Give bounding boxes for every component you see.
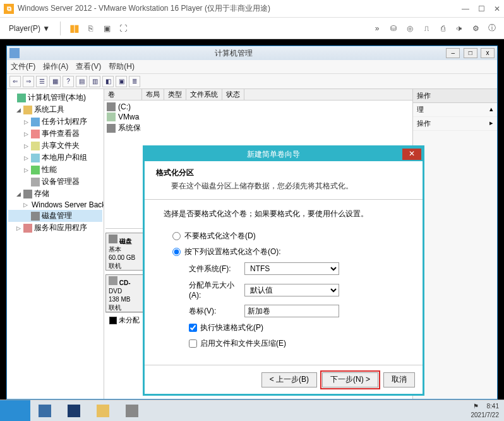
mmc-title-bar[interactable]: 计算机管理 – □ x [7, 46, 497, 60]
input-volume-label[interactable] [244, 305, 339, 317]
vmware-title-text: Windows Server 2012 - VMware Workstation… [18, 3, 462, 14]
mmc-minimize-icon[interactable]: – [446, 48, 460, 58]
cancel-button[interactable]: 取消 [383, 372, 415, 387]
up-icon[interactable]: ☰ [36, 76, 47, 87]
tree-device-manager[interactable]: 设备管理器 [8, 176, 102, 188]
tree-event-viewer[interactable]: ▷事件查看器 [8, 128, 102, 140]
mmc-maximize-icon[interactable]: □ [464, 48, 477, 58]
menu-action[interactable]: 操作(A) [43, 61, 68, 72]
tree-system-tools[interactable]: ◢系统工具 [8, 104, 102, 116]
taskbar-powershell[interactable] [61, 402, 87, 420]
forward-icon[interactable]: ⇒ [23, 76, 34, 87]
view2-icon[interactable]: ▥ [89, 76, 100, 87]
radio-format-label: 按下列设置格式化这个卷(O): [184, 247, 281, 257]
help-icon[interactable]: ⓘ [485, 21, 499, 35]
tree-performance[interactable]: ▷性能 [8, 164, 102, 176]
tree-wsb[interactable]: ▷Windows Server Back [8, 200, 102, 210]
cd-icon[interactable]: ◎ [403, 21, 417, 35]
wizard-heading: 格式化分区 [156, 168, 411, 178]
view1-icon[interactable]: ▤ [76, 76, 87, 87]
taskbar-computer-management[interactable] [119, 402, 145, 420]
view3-icon[interactable]: ◧ [102, 76, 114, 87]
actions-item[interactable]: 理▴ [413, 103, 497, 117]
action-center-icon[interactable]: ⚑ [470, 403, 479, 412]
pause-icon[interactable]: ▮▮ [67, 21, 81, 35]
usb-icon[interactable]: ⎍ [419, 21, 433, 35]
col-type[interactable]: 类型 [164, 89, 186, 100]
settings-icon[interactable]: ⚙ [469, 21, 483, 35]
next-button[interactable]: 下一步(N) > [322, 372, 378, 387]
wizard-body: 选择是否要格式化这个卷；如果要格式化，要使用什么设置。 不要格式化这个卷(D) … [145, 200, 423, 360]
tree-storage[interactable]: ◢存储 [8, 188, 102, 200]
volume-row[interactable]: 系统保 [107, 122, 410, 134]
volume-row[interactable]: VMwa [107, 112, 410, 122]
checkbox-quick-format[interactable] [189, 324, 197, 332]
tray-time: 8:41 [487, 403, 499, 410]
tree-local-users[interactable]: ▷本地用户和组 [8, 152, 102, 164]
col-volume[interactable]: 卷 [104, 89, 142, 100]
back-button[interactable]: < 上一步(B) [261, 372, 317, 387]
tree-disk-management[interactable]: 磁盘管理 [8, 210, 102, 222]
label-volume-label: 卷标(V): [164, 306, 244, 317]
taskbar-explorer[interactable] [90, 402, 116, 420]
guest-viewport: 计算机管理 – □ x 文件(F) 操作(A) 查看(V) 帮助(H) ⇐ ⇒ … [0, 39, 504, 400]
actions-item[interactable]: 操作▸ [413, 117, 497, 131]
close-icon[interactable]: ✕ [494, 4, 500, 13]
actions-header: 操作 [413, 89, 497, 103]
radio-format-with-settings[interactable]: 按下列设置格式化这个卷(O): [164, 244, 404, 260]
checkbox-quick-format-label: 执行快速格式化(P) [200, 322, 263, 333]
snapshot-icon[interactable]: ▣ [100, 21, 114, 35]
tree-root[interactable]: 计算机管理(本地) [8, 92, 102, 104]
properties-icon[interactable]: ▦ [49, 76, 61, 87]
label-file-system: 文件系统(F): [164, 264, 244, 274]
chevron-up-icon: ▴ [489, 105, 493, 114]
col-layout[interactable]: 布局 [142, 89, 164, 100]
col-fs[interactable]: 文件系统 [186, 89, 222, 100]
tree-shared-folders[interactable]: ▷共享文件夹 [8, 140, 102, 152]
taskbar-server-manager[interactable] [32, 402, 58, 420]
tree-task-scheduler[interactable]: ▷任务计划程序 [8, 116, 102, 128]
view4-icon[interactable]: ▣ [116, 76, 127, 87]
maximize-icon[interactable]: ☐ [478, 4, 485, 13]
select-allocation-unit[interactable]: 默认值 [244, 284, 339, 296]
system-tray[interactable]: ⚑ 8:41 2021/7/22 [465, 403, 504, 419]
back-icon[interactable]: ⇐ [9, 76, 21, 87]
checkbox-compression[interactable] [189, 339, 197, 348]
checkbox-quick-format-row[interactable]: 执行快速格式化(P) [164, 320, 404, 336]
send-ctrl-alt-del-icon[interactable]: ⎘ [83, 21, 97, 35]
network-icon[interactable]: » [370, 21, 384, 35]
printer-icon[interactable]: ⎙ [436, 21, 450, 35]
menu-file[interactable]: 文件(F) [11, 61, 35, 72]
player-menu-button[interactable]: Player(P) ▼ [4, 22, 55, 35]
checkbox-compression-label: 启用文件和文件夹压缩(E) [200, 338, 286, 349]
menu-view[interactable]: 查看(V) [76, 61, 101, 72]
select-file-system[interactable]: NTFS [244, 262, 339, 275]
wizard-close-icon[interactable]: ✕ [402, 149, 421, 160]
nav-tree[interactable]: 计算机管理(本地) ◢系统工具 ▷任务计划程序 ▷事件查看器 ▷共享文件夹 ▷本… [7, 89, 104, 399]
view5-icon[interactable]: ≣ [129, 76, 140, 87]
menu-help[interactable]: 帮助(H) [109, 61, 135, 72]
tree-services-apps[interactable]: ▷服务和应用程序 [8, 222, 102, 234]
mmc-close-icon[interactable]: x [481, 48, 495, 58]
label-allocation-unit: 分配单元大小(A): [164, 280, 244, 300]
actions-pane: 操作 理▴ 操作▸ [412, 89, 497, 399]
refresh-icon[interactable]: ? [63, 76, 74, 87]
tray-date: 2021/7/22 [471, 412, 500, 418]
disk-icon [109, 235, 117, 243]
minimize-icon[interactable]: — [462, 4, 469, 13]
radio-do-not-format[interactable]: 不要格式化这个卷(D) [164, 228, 404, 244]
start-button[interactable] [0, 400, 30, 421]
radio-format-input[interactable] [172, 248, 181, 256]
vmware-logo-icon: ⧉ [4, 4, 14, 14]
col-status[interactable]: 状态 [222, 89, 244, 100]
wizard-header: 格式化分区 要在这个磁盘分区上储存数据，您必须先将其格式化。 [145, 161, 423, 200]
sound-icon[interactable]: 🕩 [452, 21, 466, 35]
wizard-title-bar[interactable]: 新建简单卷向导 ✕ [145, 147, 423, 161]
volume-row[interactable]: (C:) [107, 102, 410, 112]
radio-no-format-input[interactable] [172, 232, 181, 240]
cd-drive-icon [109, 276, 117, 285]
wizard-prompt: 选择是否要格式化这个卷；如果要格式化，要使用什么设置。 [164, 209, 404, 219]
checkbox-compression-row[interactable]: 启用文件和文件夹压缩(E) [164, 336, 404, 351]
fullscreen-icon[interactable]: ⛶ [116, 21, 130, 35]
harddisk-icon[interactable]: ⛁ [387, 21, 400, 35]
